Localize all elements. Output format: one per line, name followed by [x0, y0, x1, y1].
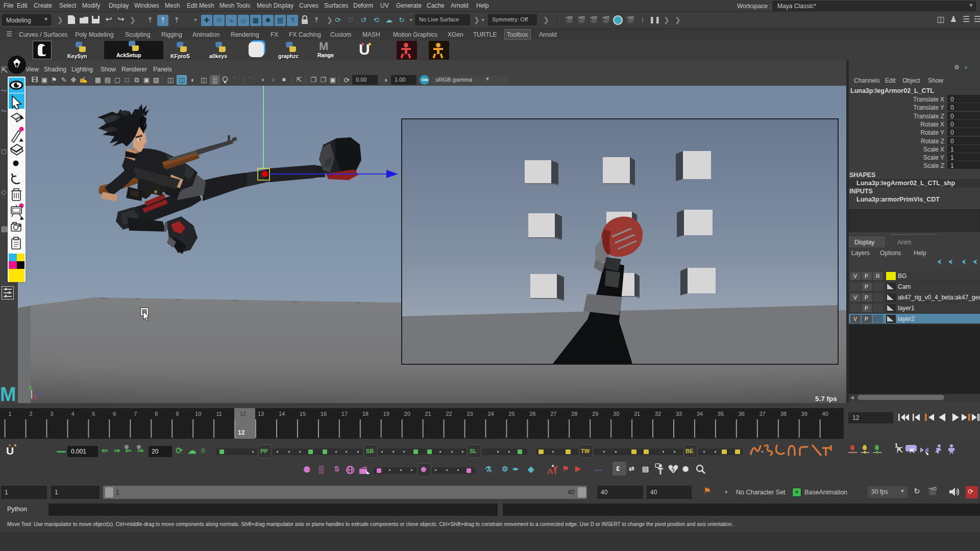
svg-text:39: 39 — [801, 411, 807, 417]
svg-text:26: 26 — [529, 411, 535, 417]
svg-text:27: 27 — [550, 411, 556, 417]
svg-text:25: 25 — [508, 411, 514, 417]
svg-text:17: 17 — [341, 411, 348, 417]
svg-text:23: 23 — [467, 411, 473, 417]
svg-text:4: 4 — [71, 411, 74, 417]
svg-text:21: 21 — [425, 411, 431, 417]
svg-text:29: 29 — [592, 411, 598, 417]
svg-text:36: 36 — [739, 411, 745, 417]
svg-text:24: 24 — [487, 411, 494, 417]
svg-text:7: 7 — [134, 411, 137, 417]
svg-text:8: 8 — [155, 411, 158, 417]
svg-text:40: 40 — [822, 411, 828, 417]
svg-text:2: 2 — [30, 411, 33, 417]
svg-text:5: 5 — [92, 411, 95, 417]
svg-text:37: 37 — [760, 411, 766, 417]
svg-text:22: 22 — [446, 411, 452, 417]
svg-text:3: 3 — [50, 411, 53, 417]
svg-text:x: x — [33, 393, 36, 398]
svg-text:16: 16 — [321, 411, 327, 417]
svg-text:20: 20 — [404, 411, 410, 417]
svg-text:19: 19 — [383, 411, 389, 417]
svg-text:6: 6 — [113, 411, 116, 417]
svg-text:18: 18 — [362, 411, 369, 417]
svg-text:31: 31 — [634, 411, 640, 417]
svg-text:9: 9 — [176, 411, 179, 417]
svg-text:35: 35 — [718, 411, 724, 417]
svg-text:1: 1 — [9, 411, 12, 417]
svg-text:12: 12 — [240, 411, 246, 417]
svg-text:14: 14 — [279, 411, 285, 417]
svg-text:10: 10 — [195, 411, 201, 417]
svg-text:13: 13 — [258, 411, 264, 417]
svg-text:30: 30 — [613, 411, 619, 417]
svg-text:y: y — [29, 384, 32, 390]
svg-text:28: 28 — [571, 411, 577, 417]
svg-text:34: 34 — [697, 411, 703, 417]
svg-text:32: 32 — [655, 411, 661, 417]
svg-text:12: 12 — [238, 429, 245, 436]
svg-text:5.7 fps: 5.7 fps — [815, 395, 837, 403]
svg-text:33: 33 — [676, 411, 682, 417]
svg-text:12: 12 — [852, 414, 860, 421]
svg-text:15: 15 — [300, 411, 306, 417]
svg-text:z: z — [38, 391, 40, 397]
svg-text:38: 38 — [780, 411, 787, 417]
svg-text:11: 11 — [216, 411, 222, 417]
